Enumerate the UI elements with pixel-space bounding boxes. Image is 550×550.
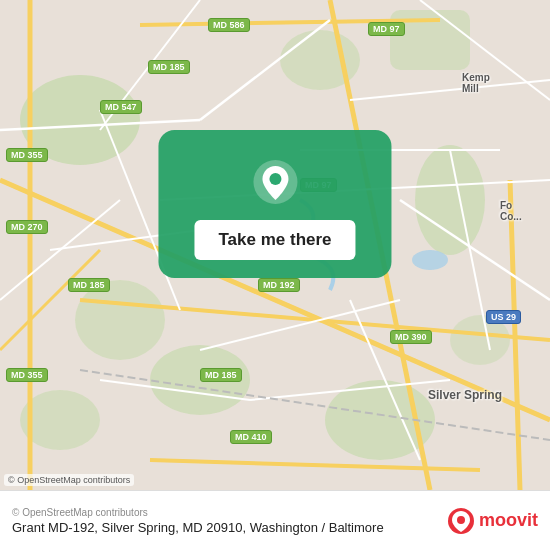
moovit-icon (447, 507, 475, 535)
location-pin-icon (251, 158, 299, 206)
button-overlay: Take me there (158, 130, 391, 278)
take-me-there-button[interactable]: Take me there (194, 220, 355, 260)
road-label-md355-bot: MD 355 (6, 368, 48, 382)
road-label-md355-left: MD 355 (6, 148, 48, 162)
road-label-md390: MD 390 (390, 330, 432, 344)
info-left: © OpenStreetMap contributors Grant MD-19… (12, 507, 384, 535)
road-label-md192: MD 192 (258, 278, 300, 292)
road-label-md410: MD 410 (230, 430, 272, 444)
road-label-md547: MD 547 (100, 100, 142, 114)
address-text: Grant MD-192, Silver Spring, MD 20910, W… (12, 520, 384, 535)
moovit-logo: moovit (447, 507, 538, 535)
moovit-text: moovit (479, 510, 538, 531)
road-label-md185-bot: MD 185 (200, 368, 242, 382)
svg-point-37 (269, 173, 281, 185)
map-container: MD 586 MD 97 MD 185 MD 547 MD 355 MD 270… (0, 0, 550, 490)
road-label-md97: MD 97 (368, 22, 405, 36)
svg-point-10 (412, 250, 448, 270)
road-label-us29: US 29 (486, 310, 521, 324)
svg-point-5 (75, 280, 165, 360)
road-label-md185-mid: MD 185 (68, 278, 110, 292)
osm-attribution: © OpenStreetMap contributors (4, 474, 134, 486)
road-label-md185-top: MD 185 (148, 60, 190, 74)
road-label-md270: MD 270 (6, 220, 48, 234)
road-label-md586: MD 586 (208, 18, 250, 32)
place-label-fo-cor: FoCo... (500, 200, 522, 222)
info-bar: © OpenStreetMap contributors Grant MD-19… (0, 490, 550, 550)
place-label-silver-spring: Silver Spring (428, 388, 502, 402)
green-bubble: Take me there (158, 130, 391, 278)
place-label-kemp-mill: KempMill (462, 72, 490, 94)
svg-point-39 (457, 516, 465, 524)
osm-attribution-bar: © OpenStreetMap contributors (12, 507, 384, 518)
svg-point-4 (415, 145, 485, 255)
